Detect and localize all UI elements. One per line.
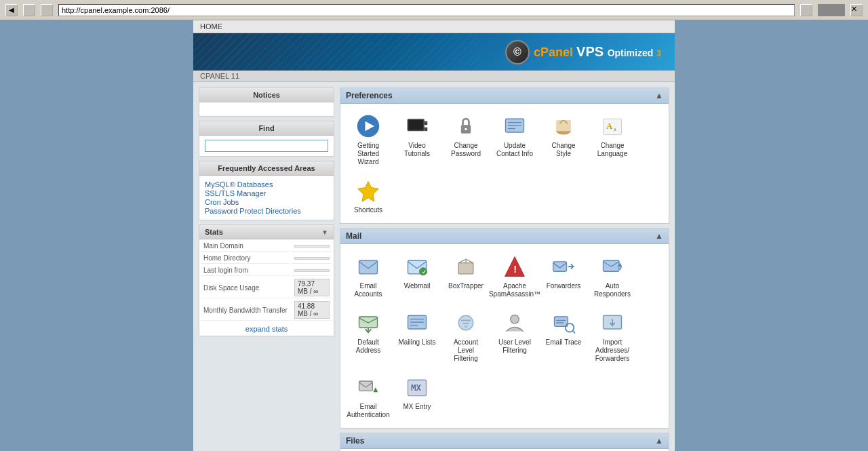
- icon-label: Default Address: [348, 338, 389, 355]
- icon-graphic: ✓: [403, 253, 431, 280]
- icon-item-video-tutorials[interactable]: Video Tutorials: [393, 108, 441, 171]
- icon-grid-preferences: Getting Started WizardVideo TutorialsCha…: [340, 104, 669, 223]
- stat-value: [294, 245, 330, 248]
- stat-label: Main Domain: [201, 241, 290, 252]
- icon-item-change-password[interactable]: Change Password: [442, 108, 490, 171]
- stat-value: 41.88 MB / ∞: [294, 301, 330, 319]
- section-files: Files▲BackupsBackup WizardFile ManagerLe…: [340, 433, 669, 451]
- icon-item-mailing-lists[interactable]: Mailing Lists: [393, 305, 441, 368]
- icon-graphic: [550, 309, 577, 336]
- icon-item-boxtrapper[interactable]: BoxTrapper: [442, 248, 490, 303]
- icon-item-change-style[interactable]: Change Style: [540, 108, 587, 171]
- icon-item-default-address[interactable]: Default Address: [344, 305, 392, 368]
- browser-chrome: ◀ ✕: [0, 0, 868, 20]
- icon-item-email-accounts[interactable]: Email Accounts: [344, 248, 392, 303]
- breadcrumb: HOME: [193, 20, 675, 33]
- icon-graphic: MX: [403, 374, 431, 401]
- stat-value: [294, 257, 330, 260]
- icon-label: BoxTrapper: [448, 282, 484, 290]
- find-body: [199, 136, 334, 156]
- svg-rect-26: [553, 262, 567, 271]
- stats-section: Stats ▼ Main Domain Home Directory Last …: [199, 224, 334, 336]
- icon-graphic: [501, 113, 528, 140]
- collapse-files[interactable]: ▲: [655, 436, 663, 446]
- stat-value: 79.37 MB / ∞: [294, 279, 330, 296]
- stats-toggle[interactable]: ▼: [321, 229, 328, 236]
- svg-rect-3: [408, 120, 423, 130]
- cpanel-logo: © cPanel VPS Optimized 3: [505, 40, 661, 64]
- browser-close[interactable]: ✕: [850, 4, 863, 16]
- icon-item-update-contact-info[interactable]: Update Contact Info: [491, 108, 538, 171]
- icon-graphic: [355, 309, 382, 336]
- icon-label: Video Tutorials: [397, 142, 437, 158]
- go-button[interactable]: [800, 4, 812, 16]
- icon-item-user-level-filtering[interactable]: User Level Filtering: [491, 305, 538, 368]
- address-bar[interactable]: [58, 4, 795, 16]
- icon-item-shortcuts[interactable]: Shortcuts: [344, 172, 392, 219]
- stat-label: Disk Space Usage: [201, 277, 290, 298]
- search-input[interactable]: [205, 140, 328, 152]
- icon-graphic: [355, 374, 382, 401]
- content-area: Notices Find Frequently Accessed Areas M…: [193, 82, 675, 451]
- stat-row: Main Domain: [201, 241, 332, 252]
- icon-label: Change Style: [543, 142, 584, 158]
- stat-row: Home Directory: [201, 253, 332, 264]
- stats-body: Main Domain Home Directory Last login fr…: [199, 239, 334, 322]
- freq-body: MySQL® DatabasesSSL/TLS ManagerCron Jobs…: [199, 176, 334, 220]
- stat-label: Monthly Bandwidth Transfer: [201, 300, 290, 321]
- icon-label: Change Password: [446, 142, 486, 158]
- icon-item-account-level-filtering[interactable]: Account Level Filtering: [442, 305, 490, 368]
- freq-link[interactable]: Cron Jobs: [205, 198, 328, 206]
- find-header: Find: [199, 121, 334, 136]
- svg-text:A: A: [606, 121, 612, 131]
- freq-header: Frequently Accessed Areas: [199, 161, 334, 176]
- icon-label: Forwarders: [547, 282, 581, 290]
- collapse-mail[interactable]: ▲: [655, 231, 663, 241]
- icon-item-change-language[interactable]: AaChange Language: [589, 108, 636, 171]
- icon-item-mx-entry[interactable]: MXMX Entry: [393, 369, 441, 424]
- notices-body: [199, 102, 334, 116]
- icon-graphic: [355, 253, 382, 280]
- svg-point-42: [566, 323, 574, 332]
- icon-item-getting-started-wizard[interactable]: Getting Started Wizard: [344, 108, 392, 171]
- icon-item-webmail[interactable]: ✓Webmail: [393, 248, 441, 303]
- icon-label: User Level Filtering: [494, 338, 535, 355]
- back-button[interactable]: ◀: [5, 4, 18, 16]
- collapse-preferences[interactable]: ▲: [655, 91, 663, 100]
- icon-label: Getting Started Wizard: [348, 142, 389, 166]
- svg-marker-17: [358, 182, 379, 202]
- icon-item-email-authentication[interactable]: Email Authentication: [344, 369, 392, 424]
- svg-text:MX: MX: [411, 383, 422, 393]
- icon-graphic: [403, 309, 431, 336]
- icon-graphic: [452, 253, 479, 280]
- svg-rect-13: [556, 120, 571, 131]
- icon-label: Email Authentication: [347, 403, 389, 419]
- icon-item-email-trace[interactable]: Email Trace: [540, 305, 587, 368]
- freq-link[interactable]: Password Protect Directories: [205, 207, 328, 215]
- section-title-preferences: Preferences▲: [340, 88, 669, 104]
- icon-item-auto-responders[interactable]: Auto Responders: [589, 248, 636, 303]
- icon-label: Account Level Filtering: [446, 338, 486, 363]
- section-preferences: Preferences▲Getting Started WizardVideo …: [340, 87, 669, 224]
- forward-button[interactable]: [23, 4, 35, 16]
- freq-link[interactable]: SSL/TLS Manager: [205, 189, 328, 197]
- svg-rect-27: [604, 260, 619, 271]
- icon-item-apache-spamassassin[interactable]: !Apache SpamAssassin™: [491, 248, 538, 303]
- expand-stats-link[interactable]: expand stats: [199, 322, 334, 336]
- svg-rect-4: [425, 121, 428, 125]
- svg-rect-28: [359, 317, 378, 328]
- icon-label: Auto Responders: [592, 282, 633, 298]
- icon-graphic: [355, 113, 382, 140]
- freq-link[interactable]: MySQL® Databases: [205, 180, 328, 189]
- icon-item-forwarders[interactable]: Forwarders: [540, 248, 587, 303]
- icon-item-import-addresses-forwarders[interactable]: Import Addresses/ Forwarders: [589, 305, 636, 368]
- main-container: HOME © cPanel VPS Optimized 3 CPANEL 11 …: [193, 20, 675, 451]
- version-bar: CPANEL 11: [193, 71, 675, 82]
- icon-label: Shortcuts: [354, 206, 382, 214]
- notices-header: Notices: [199, 88, 334, 102]
- svg-line-43: [573, 331, 576, 334]
- refresh-button[interactable]: [41, 4, 53, 16]
- svg-marker-46: [373, 387, 378, 392]
- icon-graphic: [355, 177, 382, 204]
- icon-grid-mail: Email Accounts✓WebmailBoxTrapper!Apache …: [340, 244, 669, 428]
